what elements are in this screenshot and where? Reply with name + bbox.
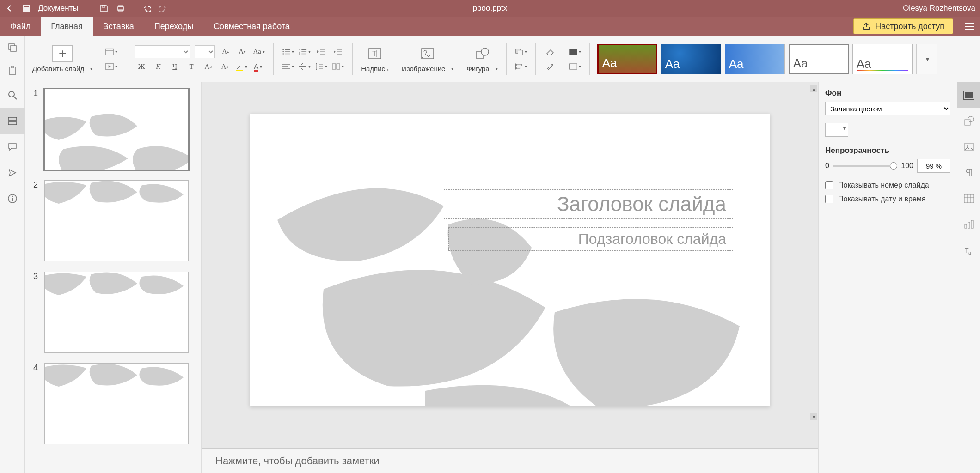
thumb-number: 2 [33,180,40,261]
image-button[interactable]: Изображение▾ [402,45,454,73]
columns-icon[interactable]: ▾ [332,61,344,73]
align-h-icon[interactable]: ▾ [282,61,294,73]
color-swatch[interactable] [825,123,848,137]
slide-canvas[interactable]: Заголовок слайда Подзаголовок слайда [250,114,770,406]
svg-point-45 [424,50,427,53]
slide-thumb-3[interactable] [44,272,189,353]
subtitle-placeholder[interactable]: Подзаголовок слайда [448,227,733,251]
slide-thumb-1[interactable] [44,89,189,170]
svg-rect-74 [965,224,967,228]
title-placeholder[interactable]: Заголовок слайда [444,189,733,219]
svg-rect-10 [106,49,114,55]
print-icon[interactable] [116,3,126,13]
svg-rect-76 [971,220,973,228]
font-family-select[interactable] [135,45,190,58]
theme-more-button[interactable]: ▾ [916,44,937,74]
tab-insert[interactable]: Вставка [93,17,144,36]
left-sidebar [0,82,25,473]
undo-icon[interactable] [141,3,152,13]
checkbox[interactable] [825,181,833,189]
paragraph-settings-icon[interactable] [957,160,980,186]
info-icon[interactable] [0,186,25,212]
decrease-font-icon[interactable]: A▾ [236,46,248,58]
show-date-checkbox[interactable]: Показывать дату и время [825,195,950,203]
canvas-area: Заголовок слайда Подзаголовок слайда ▴ ▾… [202,82,818,473]
shape-settings-icon[interactable] [957,108,980,134]
paste-icon[interactable] [7,66,18,76]
bullets-icon[interactable]: ▾ [282,46,294,58]
arrange-icon[interactable]: ▾ [515,46,527,58]
strikethrough-icon[interactable]: T [185,61,197,73]
numbering-icon[interactable]: 123▾ [299,46,311,58]
menu-icon[interactable] [960,17,980,36]
user-name[interactable]: Olesya Rozhentsova [903,4,975,13]
svg-rect-39 [332,64,336,69]
font-size-select[interactable] [195,45,215,58]
share-button[interactable]: Настроить доступ [853,18,953,34]
svg-point-16 [283,51,284,52]
eraser-icon[interactable] [544,46,556,58]
thumb-number: 3 [33,272,40,353]
save-icon[interactable] [99,3,109,13]
comments-icon[interactable] [0,134,25,160]
feedback-icon[interactable] [0,160,25,186]
theme-label: Aa [729,57,744,71]
font-color-icon[interactable]: A▾ [252,61,264,73]
align-objects-icon[interactable]: ▾ [515,61,527,73]
slide-size-icon[interactable]: ▾ [569,61,581,73]
copy-icon[interactable] [7,42,18,53]
theme-2[interactable]: Aa [661,44,721,74]
superscript-icon[interactable]: A2 [202,61,214,73]
opacity-input[interactable]: 99 % [917,159,950,173]
align-v-icon[interactable]: ▾ [299,61,311,73]
slide-settings-icon[interactable] [957,82,980,108]
scroll-up-icon[interactable]: ▴ [810,85,817,92]
subscript-icon[interactable]: A2 [219,61,231,73]
theme-4[interactable]: Aa [789,44,849,74]
image-settings-icon[interactable] [957,134,980,160]
tab-collaboration[interactable]: Совместная работа [203,17,300,36]
svg-point-47 [481,48,489,55]
color-picker-icon[interactable] [544,61,556,73]
tab-file[interactable]: Файл [0,17,41,36]
scroll-down-icon[interactable]: ▾ [810,413,817,420]
slideshow-button[interactable]: ▾ [105,61,117,73]
textbox-button[interactable]: T Надпись [361,45,389,73]
theme-1[interactable]: Aa [597,44,657,74]
indent-icon[interactable] [332,46,344,58]
theme-3[interactable]: Aa [725,44,785,74]
tab-home[interactable]: Главная [41,17,93,36]
fill-type-select[interactable]: Заливка цветом [825,102,950,115]
textart-settings-icon[interactable]: Ta [957,237,980,263]
checkbox[interactable] [825,195,833,203]
highlight-icon[interactable]: ▾ [235,61,247,73]
increase-font-icon[interactable]: A▴ [220,46,232,58]
line-spacing-icon[interactable]: ▾ [315,61,327,73]
back-icon[interactable] [5,3,15,13]
search-icon[interactable] [0,82,25,108]
opacity-slider[interactable] [833,165,897,167]
slide-fill-icon[interactable]: ▾ [569,46,581,58]
show-slide-number-checkbox[interactable]: Показывать номер слайда [825,181,950,189]
redo-icon[interactable] [158,3,168,13]
underline-icon[interactable]: Ч [169,61,181,73]
svg-rect-59 [8,122,17,125]
theme-5[interactable]: Aa [852,44,913,74]
chart-settings-icon[interactable] [957,212,980,237]
tab-transitions[interactable]: Переходы [144,17,203,36]
add-slide-button[interactable]: + Добавить слайд▾ [32,45,92,73]
slide-thumb-4[interactable] [44,363,189,444]
notes-area[interactable]: Нажмите, чтобы добавить заметки [202,448,818,473]
change-case-icon[interactable]: Aa▾ [253,46,265,58]
layout-button[interactable]: ▾ [105,46,117,58]
svg-rect-7 [11,46,16,51]
italic-icon[interactable]: К [152,61,164,73]
vertical-scrollbar[interactable]: ▴ ▾ [810,85,817,420]
table-settings-icon[interactable] [957,186,980,212]
slide-thumb-2[interactable] [44,180,189,261]
outdent-icon[interactable] [315,46,327,58]
shape-button[interactable]: Фигура▾ [466,45,497,73]
svg-rect-44 [422,49,434,59]
slides-panel-icon[interactable] [0,108,25,134]
bold-icon[interactable]: Ж [135,61,147,73]
